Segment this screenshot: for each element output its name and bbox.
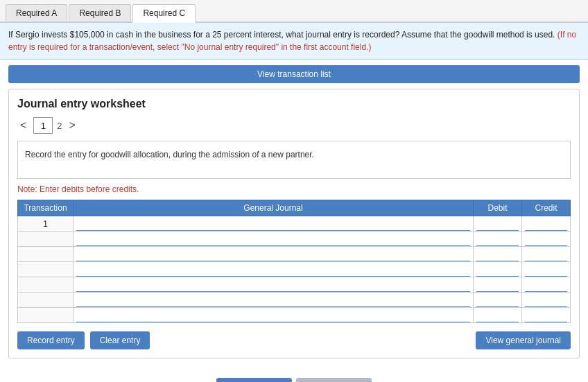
credit-input[interactable] xyxy=(525,278,567,292)
debit-input[interactable] xyxy=(476,309,519,322)
worksheet-container: Journal entry worksheet < 1 2 > Record t… xyxy=(8,89,580,358)
general-journal-cell[interactable] xyxy=(74,277,474,293)
credit-input[interactable] xyxy=(525,248,567,261)
credit-cell[interactable] xyxy=(522,262,571,277)
table-row xyxy=(18,262,571,277)
clear-entry-button[interactable]: Clear entry xyxy=(90,331,150,349)
credit-input[interactable] xyxy=(525,217,567,231)
credit-input[interactable] xyxy=(525,293,567,307)
general-journal-input[interactable] xyxy=(76,217,470,231)
general-journal-cell[interactable] xyxy=(74,216,474,232)
debit-input[interactable] xyxy=(476,293,519,307)
credit-cell[interactable] xyxy=(522,293,571,308)
debit-cell[interactable] xyxy=(474,262,522,277)
transaction-cell xyxy=(18,247,74,262)
debit-cell[interactable] xyxy=(474,216,522,232)
table-row xyxy=(18,277,571,293)
credit-input[interactable] xyxy=(525,263,567,277)
transaction-cell xyxy=(18,277,74,293)
general-journal-cell[interactable] xyxy=(74,293,474,308)
debit-cell[interactable] xyxy=(474,277,522,293)
view-general-journal-button[interactable]: View general journal xyxy=(476,331,571,349)
next-section-button[interactable]: Required C > xyxy=(296,378,372,382)
header-general-journal: General Journal xyxy=(74,200,474,216)
credit-cell[interactable] xyxy=(522,277,571,293)
transaction-cell xyxy=(18,262,74,277)
entry-description: Record the entry for goodwill allocation… xyxy=(17,141,571,179)
general-journal-input[interactable] xyxy=(76,232,470,246)
header-transaction: Transaction xyxy=(18,200,74,216)
general-journal-input[interactable] xyxy=(76,278,470,292)
transaction-cell xyxy=(18,293,74,308)
debit-input[interactable] xyxy=(476,232,519,246)
debit-credit-note: Note: Enter debits before credits. xyxy=(17,184,571,194)
transaction-cell: 1 xyxy=(18,216,74,232)
credit-cell[interactable] xyxy=(522,232,571,247)
prev-page-button[interactable]: < xyxy=(17,119,29,132)
debit-cell[interactable] xyxy=(474,232,522,247)
next-page-button[interactable]: > xyxy=(67,119,78,132)
general-journal-cell[interactable] xyxy=(74,247,474,262)
debit-input[interactable] xyxy=(476,217,519,231)
debit-input[interactable] xyxy=(476,278,519,292)
tab-required-a[interactable]: Required A xyxy=(6,4,67,21)
table-row xyxy=(18,293,571,308)
debit-input[interactable] xyxy=(476,263,519,277)
transaction-cell xyxy=(18,308,74,323)
transaction-cell xyxy=(18,232,74,247)
credit-cell[interactable] xyxy=(522,247,571,262)
general-journal-input[interactable] xyxy=(76,263,470,277)
header-debit: Debit xyxy=(474,200,522,216)
record-entry-button[interactable]: Record entry xyxy=(17,331,85,349)
pagination: < 1 2 > xyxy=(17,117,571,134)
tab-required-b[interactable]: Required B xyxy=(69,4,131,21)
general-journal-cell[interactable] xyxy=(74,232,474,247)
credit-cell[interactable] xyxy=(522,308,571,323)
tab-bar: Required A Required B Required C xyxy=(0,0,588,23)
credit-input[interactable] xyxy=(525,232,567,246)
action-buttons: Record entry Clear entry View general jo… xyxy=(17,331,571,349)
credit-input[interactable] xyxy=(525,309,567,322)
general-journal-input[interactable] xyxy=(76,248,470,261)
next-page-number: 2 xyxy=(57,121,62,131)
general-journal-cell[interactable] xyxy=(74,262,474,277)
prev-section-button[interactable]: < Required B xyxy=(216,378,292,382)
tab-required-c[interactable]: Required C xyxy=(132,4,196,23)
credit-cell[interactable] xyxy=(522,216,571,232)
table-row xyxy=(18,308,571,323)
journal-table: Transaction General Journal Debit Credit… xyxy=(17,200,571,323)
current-page-box: 1 xyxy=(33,117,53,134)
current-page-number: 1 xyxy=(41,121,46,131)
info-box: If Sergio invests $105,000 in cash in th… xyxy=(0,23,588,60)
debit-input[interactable] xyxy=(476,248,519,261)
info-main-text: If Sergio invests $105,000 in cash in th… xyxy=(8,30,555,40)
worksheet-title: Journal entry worksheet xyxy=(17,98,571,110)
general-journal-cell[interactable] xyxy=(74,308,474,323)
debit-cell[interactable] xyxy=(474,247,522,262)
header-credit: Credit xyxy=(522,200,571,216)
bottom-navigation: < Required B Required C > xyxy=(0,367,588,382)
debit-cell[interactable] xyxy=(474,308,522,323)
table-row: 1 xyxy=(18,216,571,232)
debit-cell[interactable] xyxy=(474,293,522,308)
table-row xyxy=(18,247,571,262)
general-journal-input[interactable] xyxy=(76,293,470,307)
general-journal-input[interactable] xyxy=(76,309,470,322)
view-transaction-button[interactable]: View transaction list xyxy=(8,65,580,83)
table-row xyxy=(18,232,571,247)
